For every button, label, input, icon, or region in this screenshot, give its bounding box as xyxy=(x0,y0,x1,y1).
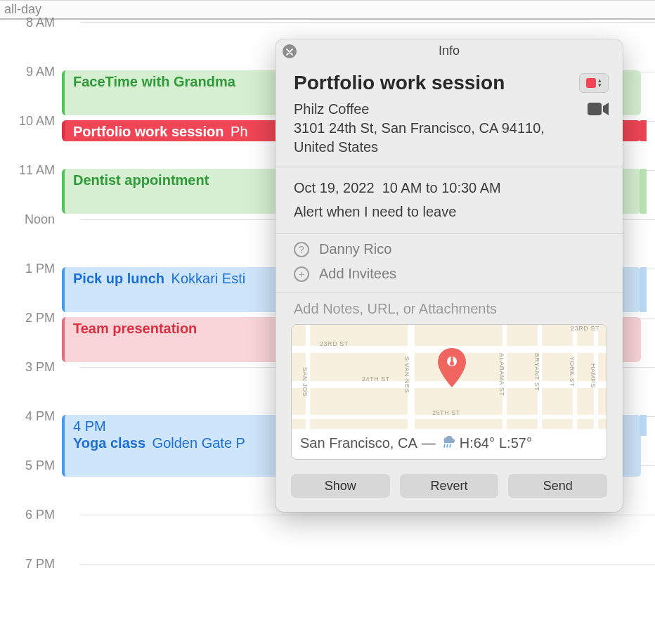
event-date: Oct 19, 2022 xyxy=(294,180,375,195)
street-label: ALABAMA ST xyxy=(498,353,505,396)
hour-label: 4 PM xyxy=(6,409,55,424)
add-invitees-label: Add Invitees xyxy=(319,266,396,282)
invitee-name: Danny Rico xyxy=(319,241,391,257)
notes-field[interactable]: Add Notes, URL, or Attachments xyxy=(275,292,623,324)
hour-label: 5 PM xyxy=(6,458,55,473)
question-icon: ? xyxy=(294,242,309,257)
street-label: YORK ST xyxy=(569,356,576,387)
close-icon xyxy=(286,40,293,63)
popover-title: Info xyxy=(439,44,460,58)
hour-label: 7 PM xyxy=(6,557,55,572)
street-label: 23RD ST xyxy=(320,340,349,347)
svg-point-3 xyxy=(450,361,454,366)
event-title: Pick up lunch xyxy=(73,271,164,286)
street-label: S VAN NES xyxy=(403,356,410,393)
send-button[interactable]: Send xyxy=(508,474,607,498)
event-info-popover: Info Portfolio work session ▴▾ Philz Cof… xyxy=(275,39,623,512)
hour-label: 1 PM xyxy=(6,262,55,276)
map-weather-footer: San Francisco, CA — H:64° L:57° xyxy=(292,429,607,459)
event-location: Ph xyxy=(231,124,247,139)
svg-rect-0 xyxy=(588,103,602,115)
event-alert: Alert when I need to leave xyxy=(294,200,604,224)
street-label: 24TH ST xyxy=(362,375,390,382)
color-swatch xyxy=(586,78,596,88)
hour-label: 3 PM xyxy=(6,360,55,375)
hour-label: 11 AM xyxy=(6,163,55,178)
event-title: FaceTime with Grandma xyxy=(73,74,235,89)
street-label: SAN JOS xyxy=(301,367,309,397)
event-title: Team presentation xyxy=(73,321,197,336)
weather-low: L:57° xyxy=(499,435,532,451)
add-invitees-button[interactable]: + Add Invitees xyxy=(275,262,623,292)
hour-label: 9 AM xyxy=(6,65,55,79)
invitee-row[interactable]: ? Danny Rico xyxy=(275,234,623,262)
all-day-row: all-day xyxy=(0,0,655,20)
hour-label: 6 PM xyxy=(6,508,55,522)
chevron-updown-icon: ▴▾ xyxy=(598,78,602,88)
street-label: HAMPS xyxy=(590,363,597,388)
weather-high: H:64° xyxy=(460,435,495,451)
hour-label: 8 AM xyxy=(6,15,55,30)
location-address: 3101 24th St, San Francisco, CA 94110, U… xyxy=(294,119,579,157)
hour-label: 10 AM xyxy=(6,114,55,129)
event-datetime-section[interactable]: Oct 19, 2022 10 AM to 10:30 AM Alert whe… xyxy=(275,167,623,233)
plus-icon: + xyxy=(294,266,309,282)
event-time-range: 10 AM to 10:30 AM xyxy=(382,180,501,195)
event-title: Yoga class xyxy=(73,435,145,451)
all-day-label: all-day xyxy=(4,2,41,17)
map-pin-icon xyxy=(436,348,467,387)
map-canvas: 23RD ST 24TH ST 25TH ST 23RD ST SAN JOS … xyxy=(292,325,607,429)
event-location-field[interactable]: Philz Coffee 3101 24th St, San Francisco… xyxy=(294,100,579,157)
event-edge-tab xyxy=(640,415,647,436)
hour-label: Noon xyxy=(6,212,55,227)
street-label: 25TH ST xyxy=(432,409,460,416)
event-edge-tab xyxy=(640,169,647,214)
event-edge-tab xyxy=(640,120,647,141)
street-label: BRYANT ST xyxy=(533,353,540,391)
popover-header: Info xyxy=(275,39,623,62)
separator: — xyxy=(422,435,436,451)
map-city: San Francisco, CA xyxy=(300,435,417,451)
location-name: Philz Coffee xyxy=(294,100,579,119)
event-title: Dentist appointment xyxy=(73,172,209,188)
show-button[interactable]: Show xyxy=(291,474,390,498)
revert-button[interactable]: Revert xyxy=(400,474,499,498)
event-title: Portfolio work session xyxy=(73,124,223,139)
hour-label: 2 PM xyxy=(6,311,55,326)
weather-rain-icon xyxy=(440,434,455,452)
close-button[interactable] xyxy=(283,44,297,58)
location-map[interactable]: 23RD ST 24TH ST 25TH ST 23RD ST SAN JOS … xyxy=(291,324,607,460)
event-location: Kokkari Esti xyxy=(171,271,246,286)
video-call-icon[interactable] xyxy=(588,100,609,120)
event-location: Golden Gate P xyxy=(153,435,245,451)
calendar-color-picker[interactable]: ▴▾ xyxy=(579,73,609,93)
event-edge-tab xyxy=(640,267,647,312)
event-title-field[interactable]: Portfolio work session xyxy=(294,72,571,94)
street-label: 23RD ST xyxy=(571,325,599,332)
